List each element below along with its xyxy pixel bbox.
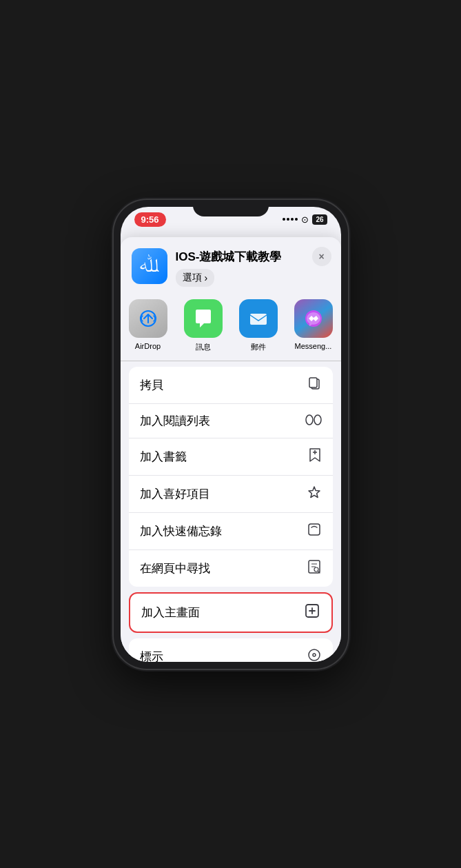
svg-point-6 [306, 415, 313, 425]
sheet-header: ﷲ IOS-遊戲城下載教學 選項 › × [121, 237, 341, 294]
svg-rect-10 [309, 524, 320, 535]
add-to-home-label: 加入主畫面 [141, 605, 200, 620]
menu-item-reading-list[interactable]: 加入閱讀列表 [129, 404, 333, 438]
messenger-app-icon [294, 299, 333, 338]
favorites-icon [307, 485, 322, 503]
share-app-mail[interactable]: 郵件 [231, 299, 286, 352]
svg-point-20 [313, 654, 316, 656]
menu-section-1: 拷貝 加入閱讀列表 [129, 367, 333, 587]
menu-item-favorites[interactable]: 加入喜好項目 [129, 476, 333, 513]
share-app-airdrop[interactable]: AirDrop [121, 299, 176, 352]
quick-note-label: 加入快速備忘錄 [140, 523, 222, 539]
reading-list-icon [305, 413, 322, 429]
options-label: 選項 [183, 272, 202, 284]
share-sheet: ﷲ IOS-遊戲城下載教學 選項 › × [121, 237, 341, 662]
airdrop-label: AirDrop [135, 342, 161, 350]
find-label: 在網頁中尋找 [140, 561, 210, 576]
markup-icon [307, 647, 322, 662]
add-to-home-icon [304, 603, 320, 623]
messenger-label: Messeng... [295, 342, 332, 350]
share-app-messenger[interactable]: Messeng... [286, 299, 341, 352]
messages-app-icon [184, 299, 223, 338]
wifi-icon: ⊙ [301, 214, 309, 225]
options-arrow: › [205, 272, 208, 283]
sheet-title: IOS-遊戲城下載教學 [176, 250, 330, 265]
menu-item-bookmark[interactable]: 加入書籤 [129, 438, 333, 476]
phone-screen: 9:56 ⊙ 26 ﷲ IOS-遊戲城下載教學 [121, 207, 341, 662]
mail-label: 郵件 [251, 342, 266, 352]
reading-list-label: 加入閱讀列表 [140, 413, 210, 429]
app-store-icon: ﷲ [139, 254, 159, 277]
mail-app-icon [239, 299, 278, 338]
svg-point-7 [314, 415, 321, 425]
menu-item-find[interactable]: 在網頁中尋找 [129, 550, 333, 587]
share-app-messages[interactable]: 訊息 [176, 299, 231, 352]
find-icon [307, 559, 322, 578]
menu-item-copy[interactable]: 拷貝 [129, 367, 333, 404]
copy-label: 拷貝 [140, 377, 163, 393]
signal-icon [283, 218, 298, 221]
bookmark-label: 加入書籤 [140, 449, 187, 465]
status-right: ⊙ 26 [283, 214, 327, 225]
svg-point-19 [309, 649, 320, 660]
sheet-title-area: IOS-遊戲城下載教學 選項 › [176, 248, 330, 287]
menu-item-quick-note[interactable]: 加入快速備忘錄 [129, 513, 333, 550]
phone-frame: 9:56 ⊙ 26 ﷲ IOS-遊戲城下載教學 [114, 200, 348, 669]
close-button[interactable]: × [312, 247, 331, 266]
options-button[interactable]: 選項 › [176, 269, 215, 287]
menu-item-markup[interactable]: 標示 [129, 638, 333, 662]
favorites-label: 加入喜好項目 [140, 486, 210, 502]
menu-item-add-to-home[interactable]: 加入主畫面 [130, 594, 331, 632]
notch [193, 200, 269, 216]
add-to-home-wrapper: 加入主畫面 [129, 592, 333, 633]
svg-rect-5 [309, 378, 317, 387]
app-icon: ﷲ [132, 248, 167, 284]
quick-note-icon [307, 522, 322, 541]
markup-label: 標示 [140, 649, 163, 662]
svg-rect-1 [250, 314, 267, 325]
status-time: 9:56 [134, 212, 166, 227]
airdrop-app-icon [129, 299, 167, 338]
menu-section-2: 標示 列印 [129, 638, 333, 662]
copy-icon [307, 376, 322, 394]
app-sharing-row: AirDrop 訊息 [121, 294, 341, 361]
battery-indicator: 26 [312, 214, 327, 225]
bookmark-icon [308, 447, 322, 466]
messages-label: 訊息 [196, 342, 211, 352]
